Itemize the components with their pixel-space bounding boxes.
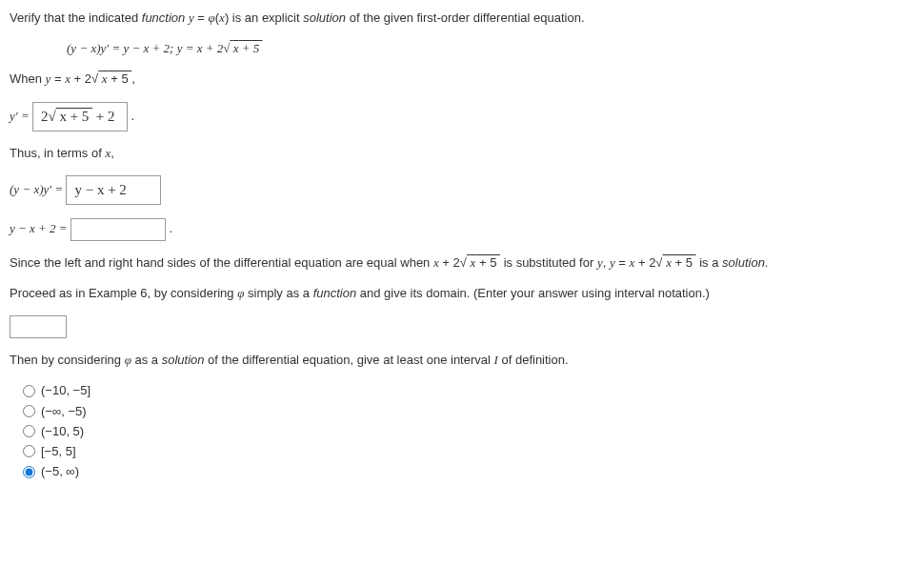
radio-option-4[interactable]: [−5, 5] xyxy=(23,443,914,460)
interval-radio-group: (−10, −5] (−∞, −5) (−10, 5) [−5, 5] (−5,… xyxy=(10,382,914,480)
then-text: Then by considering φ as a solution of t… xyxy=(10,352,914,369)
thus-text: Thus, in terms of x, xyxy=(10,145,914,162)
radio-option-1[interactable]: (−10, −5] xyxy=(23,382,914,399)
radio-input-5[interactable] xyxy=(23,466,35,478)
conclusion-text: Since the left and right hand sides of t… xyxy=(10,254,914,272)
radio-input-4[interactable] xyxy=(23,445,35,457)
rhs-period: . xyxy=(170,221,173,235)
radio-label-2: (−∞, −5) xyxy=(41,403,87,420)
radio-input-2[interactable] xyxy=(23,405,35,417)
radio-label-3: (−10, 5) xyxy=(41,423,84,440)
lhs-input[interactable]: y − x + 2 xyxy=(66,175,161,205)
equation-display: (y − x)y′ = y − x + 2; y = x + 2√ x + 5 xyxy=(67,40,914,57)
yprime-period: . xyxy=(131,109,135,123)
domain-input[interactable] xyxy=(10,315,67,338)
radio-label-5: (−5, ∞) xyxy=(41,463,79,480)
rhs-label: y − x + 2 = xyxy=(10,221,70,235)
lhs-label: (y − x)y′ = xyxy=(10,182,66,196)
yprime-input[interactable]: 2√ x + 5 + 2 xyxy=(32,102,128,131)
radio-option-3[interactable]: (−10, 5) xyxy=(23,423,914,440)
radio-option-5[interactable]: (−5, ∞) xyxy=(23,463,914,480)
radio-label-4: [−5, 5] xyxy=(41,443,76,460)
proceed-text: Proceed as in Example 6, by considering … xyxy=(10,285,914,302)
rhs-input[interactable] xyxy=(70,218,166,241)
radio-label-1: (−10, −5] xyxy=(41,382,90,399)
radio-option-2[interactable]: (−∞, −5) xyxy=(23,403,914,420)
intro-text: Verify that the indicated function y = φ… xyxy=(10,10,914,27)
radio-input-3[interactable] xyxy=(23,425,35,437)
when-text: When y = x + 2√ x + 5 , xyxy=(10,71,914,88)
radio-input-1[interactable] xyxy=(23,385,35,397)
yprime-label: y′ = xyxy=(10,109,32,123)
